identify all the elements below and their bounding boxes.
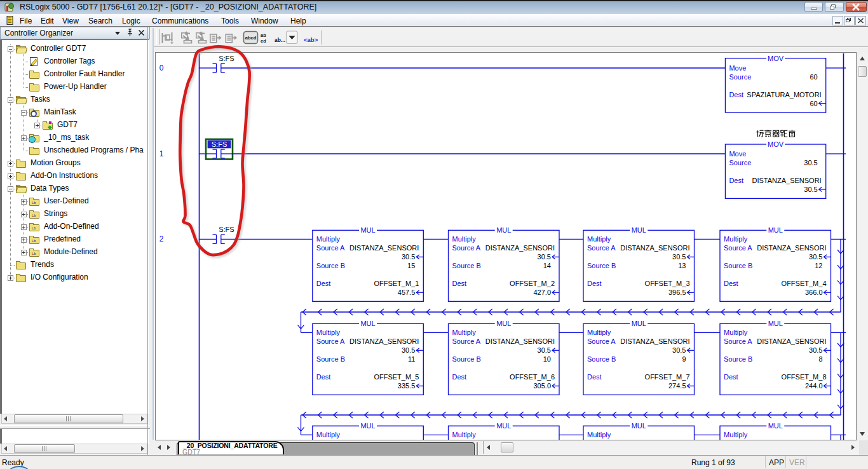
svg-text:Source A: Source A: [452, 244, 481, 252]
svg-text:244.0: 244.0: [805, 382, 823, 390]
svg-text:30.5: 30.5: [809, 346, 822, 354]
svg-text:Multiply: Multiply: [587, 329, 611, 336]
svg-text:Source A: Source A: [587, 337, 616, 345]
svg-text:Multiply: Multiply: [587, 431, 611, 438]
svg-text:MUL: MUL: [360, 422, 375, 430]
svg-text:12: 12: [815, 262, 822, 269]
svg-text:8: 8: [818, 355, 822, 363]
svg-text:Multiply: Multiply: [316, 431, 341, 438]
svg-text:OFFSET_M_4: OFFSET_M_4: [782, 280, 827, 287]
svg-text:MUL: MUL: [360, 226, 375, 234]
svg-text:396.5: 396.5: [668, 289, 686, 296]
svg-text:Source A: Source A: [452, 337, 481, 345]
svg-text:Dest: Dest: [587, 280, 602, 287]
svg-text:Multiply: Multiply: [452, 329, 477, 336]
svg-text:427.0: 427.0: [533, 289, 551, 296]
svg-text:DISTANZA_SENSORI: DISTANZA_SENSORI: [485, 337, 555, 345]
svg-text:Dest: Dest: [587, 373, 602, 381]
svg-text:DISTANZA_SENSORI: DISTANZA_SENSORI: [757, 337, 826, 345]
svg-text:Source B: Source B: [724, 262, 752, 269]
svg-text:MUL: MUL: [768, 422, 783, 430]
svg-text:Source B: Source B: [316, 355, 345, 363]
svg-text:Source: Source: [729, 73, 751, 81]
svg-text:OFFSET_M_6: OFFSET_M_6: [510, 373, 555, 381]
svg-text:305.0: 305.0: [533, 382, 551, 390]
svg-text:30.5: 30.5: [538, 346, 551, 354]
svg-text:457.5: 457.5: [398, 289, 416, 296]
svg-text:30.5: 30.5: [402, 253, 415, 261]
svg-text:60: 60: [810, 73, 817, 81]
svg-text:60: 60: [810, 100, 817, 107]
svg-text:OFFSET_M_8: OFFSET_M_8: [782, 373, 827, 381]
svg-text:30.5: 30.5: [672, 253, 686, 261]
svg-text:Source A: Source A: [316, 337, 345, 345]
svg-text:30.5: 30.5: [804, 159, 817, 167]
svg-text:Dest: Dest: [729, 177, 743, 184]
svg-text:Source B: Source B: [724, 355, 752, 363]
svg-text:Multiply: Multiply: [452, 431, 477, 438]
svg-text:30.5: 30.5: [672, 346, 686, 354]
svg-text:Source B: Source B: [452, 355, 481, 363]
svg-text:OFFSET_M_2: OFFSET_M_2: [510, 280, 555, 287]
svg-text:MUL: MUL: [768, 226, 783, 234]
svg-text:Dest: Dest: [724, 373, 738, 381]
svg-text:DISTANZA_SENSORI: DISTANZA_SENSORI: [752, 177, 821, 184]
svg-text:366.0: 366.0: [805, 289, 823, 296]
svg-text:cd: cd: [261, 38, 266, 44]
svg-text:Multiply: Multiply: [724, 431, 748, 438]
svg-text:MUL: MUL: [496, 320, 511, 327]
svg-text:MUL: MUL: [632, 422, 646, 430]
svg-text:Dest: Dest: [316, 280, 331, 287]
svg-text:Multiply: Multiply: [724, 329, 748, 336]
svg-text:30.5: 30.5: [538, 253, 551, 261]
svg-text:Source: Source: [729, 159, 751, 167]
svg-text:15: 15: [407, 262, 415, 269]
svg-text:30.5: 30.5: [402, 346, 415, 354]
svg-text:MUL: MUL: [496, 226, 511, 234]
svg-text:13: 13: [678, 262, 686, 269]
svg-text:Source A: Source A: [316, 244, 345, 252]
svg-text:Move: Move: [729, 150, 746, 158]
svg-text:DISTANZA_SENSORI: DISTANZA_SENSORI: [757, 244, 826, 252]
svg-text:Source B: Source B: [316, 262, 345, 269]
svg-text:1: 1: [159, 149, 164, 158]
svg-text:MUL: MUL: [632, 320, 646, 327]
svg-text:DISTANZA_SENSORI: DISTANZA_SENSORI: [349, 244, 419, 252]
svg-text:<ab>: <ab>: [304, 36, 318, 43]
svg-text:Source B: Source B: [452, 262, 481, 269]
svg-text:Dest: Dest: [452, 373, 467, 381]
svg-text:0: 0: [159, 64, 164, 72]
svg-text:Source A: Source A: [724, 337, 752, 345]
svg-text:MUL: MUL: [496, 422, 511, 430]
svg-text:Multiply: Multiply: [316, 235, 341, 243]
svg-text:DISTANZA_SENSORI: DISTANZA_SENSORI: [349, 337, 419, 345]
svg-text:Source A: Source A: [587, 244, 616, 252]
svg-text:MOV: MOV: [768, 140, 784, 148]
svg-text:Dest: Dest: [452, 280, 467, 287]
svg-text:10: 10: [543, 355, 551, 363]
svg-text:14: 14: [543, 262, 551, 269]
svg-text:335.5: 335.5: [398, 382, 416, 390]
svg-text:Move: Move: [729, 64, 746, 72]
svg-text:Dest: Dest: [724, 280, 738, 287]
svg-text:9: 9: [682, 355, 686, 363]
svg-text:Multiply: Multiply: [316, 329, 341, 336]
svg-text:DISTANZA_SENSORI: DISTANZA_SENSORI: [620, 337, 689, 345]
svg-text:274.5: 274.5: [668, 382, 686, 390]
svg-text:MUL: MUL: [632, 226, 646, 234]
svg-text:Dest: Dest: [316, 373, 331, 381]
svg-text:DISTANZA_SENSORI: DISTANZA_SENSORI: [485, 244, 555, 252]
svg-text:2: 2: [159, 234, 164, 243]
svg-text:Dest: Dest: [729, 91, 743, 99]
svg-text:OFFSET_M_5: OFFSET_M_5: [374, 373, 419, 381]
svg-text:OFFSET_M_3: OFFSET_M_3: [645, 280, 690, 287]
svg-text:Multiply: Multiply: [452, 235, 477, 243]
svg-text:Source A: Source A: [724, 244, 752, 252]
svg-text:30.5: 30.5: [804, 186, 817, 193]
svg-text:30.5: 30.5: [809, 253, 822, 261]
svg-text:Multiply: Multiply: [587, 235, 611, 243]
svg-text:OFFSET_M_1: OFFSET_M_1: [374, 280, 419, 287]
svg-text:MUL: MUL: [360, 320, 375, 327]
svg-text:ab: ab: [261, 32, 266, 38]
svg-text:ab...: ab...: [275, 37, 285, 43]
